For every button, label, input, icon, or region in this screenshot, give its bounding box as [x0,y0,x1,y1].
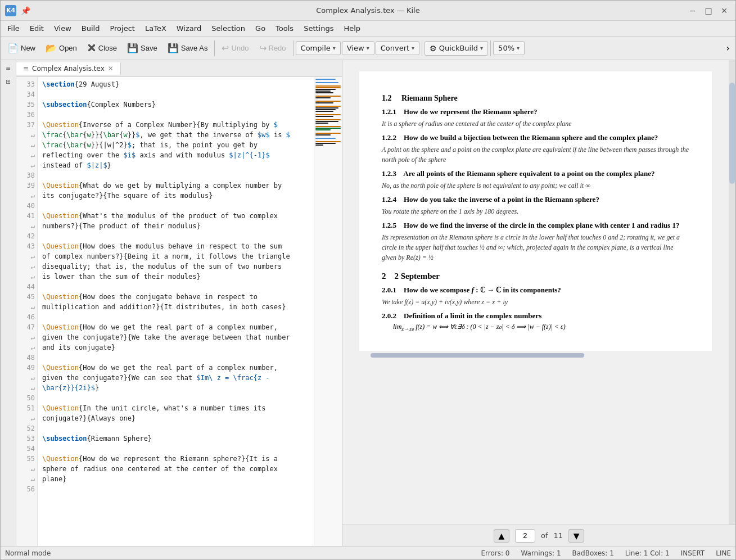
compile-button[interactable]: Compile ▾ [296,41,341,55]
menu-latex[interactable]: LaTeX [141,23,171,34]
menu-build[interactable]: Build [77,23,105,34]
window-title: Complex Analysis.tex — Kile [316,6,419,15]
undo-button[interactable]: ↩ Undo [217,40,253,56]
preview-hscrollbar-thumb[interactable] [371,353,584,358]
preview-section-1-2: 1.2 Riemann Sphere [382,94,689,103]
view-button[interactable]: View ▾ [342,41,374,55]
code-editor[interactable]: \section{29 August} \subsection{Complex … [38,77,314,546]
toolbar: 📄 New 📂 Open 🗙 Close 💾 Save 💾 Save As ↩ … [1,37,735,60]
preview-section-2-0-2: 2.0.2 Definition of a limit in the compl… [382,311,689,320]
menu-help[interactable]: Help [339,23,365,34]
left-panel: ≡ ⊞ [1,60,16,546]
line-numbers: 33 34 35 36 37 ↵ ↵ ↵ ↵ 38 39 ↵ 40 41 ↵ 4… [16,77,38,546]
preview-text-1-2-1: It is a sphere of radius one centered at… [382,119,689,129]
new-icon: 📄 [7,43,19,53]
separator-2 [293,40,294,56]
quickbuild-button[interactable]: ⚙ QuickBuild ▾ [425,41,488,56]
menu-file[interactable]: File [3,23,24,34]
save-as-button[interactable]: 💾 Save As [163,40,213,56]
save-as-icon: 💾 [168,43,179,53]
tab-file-icon: ≡ [23,65,29,73]
preview-vscrollbar[interactable] [729,60,735,525]
main-window: K4 📌 Complex Analysis.tex — Kile − □ ✕ F… [0,0,736,560]
status-insert: INSERT [681,549,705,557]
page-total-label: 11 [553,531,563,540]
zoom-arrow: ▾ [517,45,520,51]
left-icon-1[interactable]: ≡ [3,62,14,74]
app-icon: K4 [5,5,16,16]
menu-project[interactable]: Project [105,23,139,34]
pin-icon[interactable]: 📌 [21,6,30,15]
editor-tab-complex-analysis[interactable]: ≡ Complex Analysis.tex ✕ [16,62,121,75]
quickbuild-icon: ⚙ [430,44,437,53]
status-warnings: Warnings: 1 [521,549,561,557]
save-icon: 💾 [127,43,138,53]
preview-section-1-2-4: 1.2.4 How do you take the inverse of a p… [382,195,689,204]
close-button[interactable]: 🗙 Close [83,41,121,56]
preview-text-1-2-3: No, as the north pole of the sphere is n… [382,180,689,191]
status-position: Line: 1 Col: 1 [625,549,670,557]
preview-section-1-2-3: 1.2.3 Are all points of the Riemann sphe… [382,169,689,178]
open-button[interactable]: 📂 Open [41,40,82,56]
preview-vscrollbar-thumb[interactable] [729,83,735,184]
preview-content[interactable]: 1.2 Riemann Sphere 1.2.1 How do we repre… [342,60,729,525]
save-button[interactable]: 💾 Save [123,40,162,56]
preview-section-1-2-1: 1.2.1 How do we represent the Riemann sp… [382,107,689,116]
menu-edit[interactable]: Edit [25,23,48,34]
next-page-button[interactable]: ▼ [568,529,584,543]
status-right: Errors: 0 Warnings: 1 BadBoxes: 1 Line: … [481,549,731,557]
preview-text-2-0-1: We take f(z) = u(x,y) + iv(x,y) where z … [382,297,689,307]
close-button[interactable]: ✕ [717,5,731,16]
new-button[interactable]: 📄 New [3,40,40,56]
preview-text-1-2-5: Its representation on the Riemann sphere… [382,232,689,263]
editor-tab-bar: ≡ Complex Analysis.tex ✕ [16,60,342,77]
prev-page-button[interactable]: ▲ [494,529,509,543]
zoom-selector[interactable]: 50% ▾ [493,41,525,55]
redo-icon: ↪ [259,43,267,53]
preview-section-1-2-2: 1.2.2 How do we build a bijection betwee… [382,133,689,142]
minimap [314,77,342,546]
tab-close-icon[interactable]: ✕ [108,65,114,73]
more-button[interactable]: › [723,40,733,56]
preview-math-2-0-2: limz→z₀ f(z) = w ⟺ ∀ε∃δ : (0 < |z − z₀| … [393,323,689,332]
tab-label: Complex Analysis.tex [32,65,105,73]
menu-selection[interactable]: Selection [207,23,250,34]
quickbuild-arrow: ▾ [480,45,483,51]
preview-section-1-2-5: 1.2.5 How do we find the inverse of the … [382,221,689,230]
preview-text-1-2-2: A point on the sphere and a point on the… [382,144,689,165]
menu-view[interactable]: View [49,23,76,34]
minimize-button[interactable]: − [686,5,699,16]
statusbar: Normal mode Errors: 0 Warnings: 1 BadBox… [1,546,735,559]
preview-panel: 1.2 Riemann Sphere 1.2.1 How do we repre… [342,60,735,546]
menubar: File Edit View Build Project LaTeX Wizar… [1,21,735,37]
close-icon: 🗙 [87,43,96,53]
separator-4 [490,40,491,56]
left-icon-2[interactable]: ⊞ [3,76,14,87]
status-mode: Normal mode [5,549,51,557]
menu-tools[interactable]: Tools [271,23,298,34]
status-errors: Errors: 0 [481,549,509,557]
separator-1 [214,40,215,56]
menu-settings[interactable]: Settings [299,23,338,34]
preview-section-2: 2 2 September [382,272,689,281]
main-content: ≡ ⊞ ≡ Complex Analysis.tex ✕ 33 34 35 36… [1,60,735,546]
redo-button[interactable]: ↪ Redo [255,40,291,56]
status-badboxes: BadBoxes: 1 [572,549,614,557]
preview-area: 1.2 Riemann Sphere 1.2.1 How do we repre… [342,60,735,525]
convert-arrow: ▾ [412,45,414,51]
preview-page: 1.2 Riemann Sphere 1.2.1 How do we repre… [359,71,712,351]
menu-wizard[interactable]: Wizard [172,23,206,34]
editor-panel: ≡ Complex Analysis.tex ✕ 33 34 35 36 37 … [16,60,342,546]
titlebar: K4 📌 Complex Analysis.tex — Kile − □ ✕ [1,1,735,21]
page-number-input[interactable]: 2 [515,529,535,543]
preview-navigation: ▲ 2 of 11 ▼ [342,525,735,546]
menu-go[interactable]: Go [251,23,270,34]
preview-text-1-2-4: You rotate the sphere on the 1 axis by 1… [382,206,689,216]
page-of-label: of [541,531,548,540]
editor-content: 33 34 35 36 37 ↵ ↵ ↵ ↵ 38 39 ↵ 40 41 ↵ 4… [16,77,342,546]
maximize-button[interactable]: □ [702,5,715,16]
compile-arrow: ▾ [333,45,336,51]
undo-icon: ↩ [222,43,229,53]
convert-button[interactable]: Convert ▾ [376,41,419,55]
preview-section-2-0-1: 2.0.1 How do we scompose f : ℂ → ℂ in it… [382,286,689,295]
